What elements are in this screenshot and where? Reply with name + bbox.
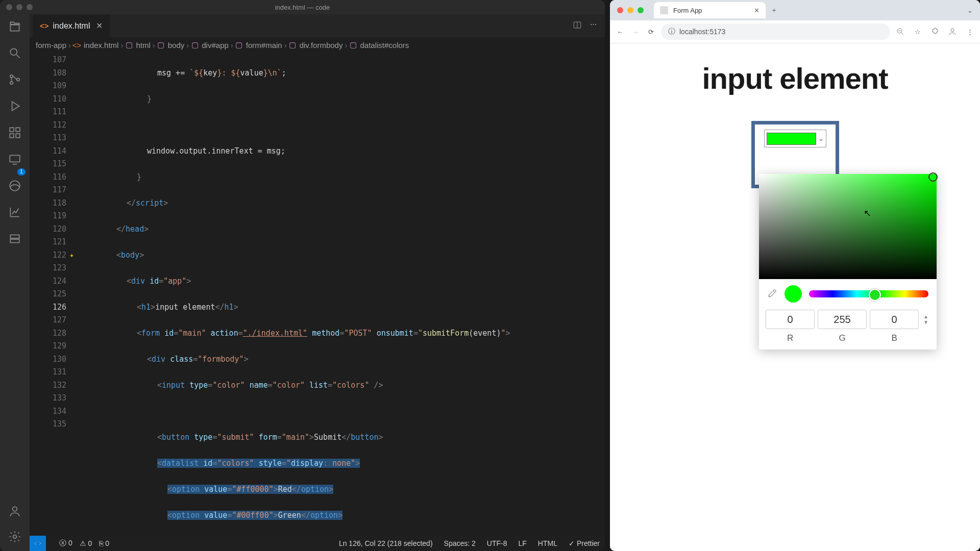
symbol-icon: ▢ [125, 41, 133, 49]
svg-point-12 [13, 507, 17, 511]
account-icon[interactable] [8, 504, 22, 518]
color-picker-popup: ↖ R G B ▲▼ [759, 174, 937, 349]
glyph-margin: ✦ [69, 54, 91, 262]
vscode-titlebar: index.html — code [0, 0, 605, 14]
b-input[interactable] [870, 310, 919, 329]
problems-errors[interactable]: ⓧ 0 [59, 539, 72, 548]
crumb[interactable]: body [168, 41, 185, 49]
html-file-icon: <> [73, 41, 81, 49]
crumb[interactable]: div.formbody [300, 41, 343, 49]
symbol-icon: ▢ [191, 41, 199, 49]
zoom-icon[interactable] [895, 27, 905, 37]
extensions-icon[interactable] [8, 126, 22, 140]
crumb-file[interactable]: index.html [84, 41, 118, 49]
encoding[interactable]: UTF-8 [487, 539, 507, 547]
r-label: R [787, 333, 793, 343]
containers-icon[interactable] [8, 232, 22, 246]
editor-area: <> index.html ✕ ⋯ form-app› <>index.html… [30, 14, 605, 551]
browser-tab[interactable]: Form App ✕ [654, 2, 766, 18]
browser-menu-icon[interactable]: ⋮ [965, 27, 975, 37]
svg-rect-4 [10, 128, 14, 132]
window-title: index.html — code [275, 4, 330, 11]
current-color-preview [785, 285, 802, 303]
bookmark-star-icon[interactable]: ☆ [913, 27, 923, 37]
cursor-position[interactable]: Ln 126, Col 22 (218 selected) [339, 539, 433, 547]
edge-tools-icon[interactable] [8, 179, 22, 193]
language-mode[interactable]: HTML [538, 539, 557, 547]
split-editor-icon[interactable] [573, 20, 582, 31]
svg-rect-7 [16, 128, 20, 132]
vscode-window: index.html — code 1 <> index.html [0, 0, 605, 551]
svg-point-16 [951, 29, 954, 32]
eol[interactable]: LF [519, 539, 527, 547]
profile-icon[interactable] [947, 27, 958, 37]
site-info-icon[interactable]: ⓘ [668, 27, 675, 36]
tab-close-icon[interactable]: ✕ [96, 21, 103, 31]
problems-warnings[interactable]: ⚠ 0 [80, 539, 92, 547]
traffic-min[interactable] [16, 4, 22, 10]
r-input[interactable] [766, 310, 815, 329]
tab-index-html[interactable]: <> index.html ✕ [33, 14, 110, 37]
source-control-icon[interactable] [8, 72, 22, 87]
line-gutter: 1071081091101111121131141151161171181191… [30, 53, 76, 536]
crumb[interactable]: form#main [246, 41, 282, 49]
traffic-max[interactable] [638, 7, 644, 13]
svg-rect-10 [10, 235, 19, 238]
crumb[interactable]: html [136, 41, 150, 49]
crumb[interactable]: datalist#colors [360, 41, 409, 49]
svg-point-0 [10, 48, 17, 55]
new-tab-button[interactable]: ＋ [771, 6, 777, 15]
extension-badge: 1 [17, 168, 26, 176]
crumb-folder[interactable]: form-app [36, 41, 66, 49]
svg-point-3 [17, 78, 19, 81]
svg-point-13 [13, 535, 17, 539]
chevron-down-icon[interactable]: ⌄ [818, 135, 824, 142]
page-content: input element ⌄ ↖ R [610, 43, 980, 551]
traffic-max[interactable] [27, 4, 33, 10]
color-mode-switch-icon[interactable]: ▲▼ [923, 314, 928, 325]
tab-bar: <> index.html ✕ ⋯ [30, 14, 605, 37]
eyedropper-icon[interactable] [767, 288, 777, 300]
address-bar[interactable]: ⓘ localhost:5173 [661, 23, 890, 40]
explorer-icon[interactable] [8, 19, 22, 34]
search-icon[interactable] [8, 46, 22, 60]
extensions-puzzle-icon[interactable] [930, 27, 940, 37]
traffic-close[interactable] [6, 4, 12, 10]
g-input[interactable] [818, 310, 867, 329]
code-lines[interactable]: msg += `${key}: ${value}\n`; } window.ou… [76, 53, 605, 536]
traffic-close[interactable] [617, 7, 623, 13]
code-editor[interactable]: 1071081091101111121131141151161171181191… [30, 53, 605, 536]
tab-close-icon[interactable]: ✕ [754, 7, 760, 14]
reload-icon[interactable]: ⟳ [646, 27, 656, 37]
ports[interactable]: ⎘ 0 [99, 539, 109, 547]
browser-toolbar: ← → ⟳ ⓘ localhost:5173 ☆ ⋮ [610, 20, 980, 43]
breadcrumbs[interactable]: form-app› <>index.html› ▢html› ▢body› ▢d… [30, 37, 605, 53]
debug-icon[interactable] [8, 99, 22, 113]
settings-gear-icon[interactable] [8, 530, 22, 544]
prettier-status[interactable]: ✓ Prettier [569, 539, 600, 547]
tab-overflow-icon[interactable]: ⌄ [967, 7, 973, 14]
html-file-icon: <> [40, 21, 49, 30]
back-icon[interactable]: ← [615, 27, 625, 37]
remote-explorer-icon[interactable] [8, 152, 22, 166]
chart-icon[interactable] [8, 205, 22, 219]
activity-bar: 1 [0, 14, 30, 551]
hue-thumb[interactable] [869, 289, 881, 301]
sv-cursor[interactable] [928, 172, 938, 182]
forward-icon[interactable]: → [630, 27, 641, 37]
tab-label: index.html [53, 21, 90, 31]
symbol-icon: ▢ [289, 41, 297, 49]
svg-point-2 [10, 82, 13, 84]
mouse-cursor-icon: ↖ [864, 208, 871, 219]
more-actions-icon[interactable]: ⋯ [590, 20, 597, 31]
remote-indicator[interactable] [30, 536, 46, 551]
traffic-min[interactable] [627, 7, 633, 13]
hue-slider[interactable] [809, 290, 928, 297]
saturation-value-area[interactable]: ↖ [759, 174, 937, 279]
color-input[interactable]: ⌄ [764, 130, 826, 147]
browser-tabstrip: Form App ✕ ＋ ⌄ [610, 0, 980, 20]
svg-rect-6 [16, 134, 20, 138]
crumb[interactable]: div#app [202, 41, 229, 49]
g-label: G [839, 333, 845, 343]
indent[interactable]: Spaces: 2 [444, 539, 476, 547]
